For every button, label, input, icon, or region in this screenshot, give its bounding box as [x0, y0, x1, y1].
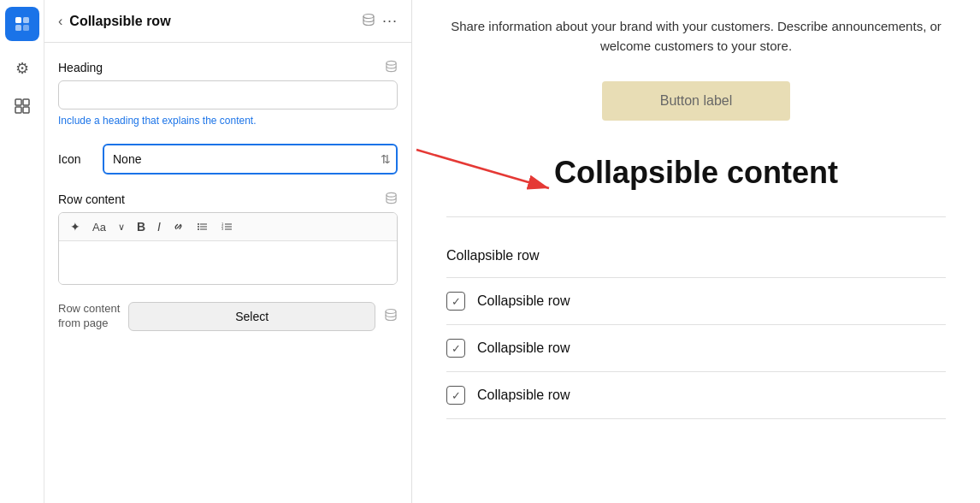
panel-body: Heading Collapsible row Include a headin…	[44, 43, 411, 348]
list-item[interactable]: ✓ Collapsible row	[446, 372, 946, 419]
svg-point-9	[387, 61, 396, 65]
heading-label: Heading	[58, 61, 103, 74]
svg-point-16	[198, 228, 199, 230]
svg-rect-4	[15, 99, 21, 105]
row-content-label-row: Row content	[58, 192, 398, 207]
rich-toolbar: ✦ Aa ∨ B I	[59, 213, 397, 241]
more-icon[interactable]: ···	[382, 12, 398, 30]
svg-rect-3	[23, 25, 29, 31]
heading-field-group: Heading Collapsible row Include a headin…	[58, 60, 398, 127]
row-content-from-page-row: Row contentfrom page Select	[58, 302, 398, 331]
row-content-label: Row content	[58, 192, 125, 206]
list-item[interactable]: ✓ Collapsible row	[446, 278, 946, 325]
heading-db-icon	[385, 60, 398, 75]
gear-icon[interactable]: ⚙	[5, 51, 39, 86]
collapsible-content-title: Collapsible content	[446, 155, 946, 191]
svg-point-15	[198, 226, 199, 228]
preview-button-label[interactable]: Button label	[602, 81, 790, 121]
svg-rect-2	[15, 25, 21, 31]
icon-select[interactable]: None Arrow Star	[103, 144, 398, 175]
rich-editor: ✦ Aa ∨ B I	[58, 212, 398, 285]
heading-input[interactable]: Collapsible row	[58, 80, 398, 109]
panel-header-icons: ···	[362, 12, 398, 30]
svg-rect-1	[23, 17, 29, 23]
ordered-list-btn[interactable]: 1 2 3	[218, 219, 235, 234]
ai-btn[interactable]: ✦	[68, 218, 83, 235]
icon-field-row: Icon None Arrow Star ⇅	[58, 144, 398, 175]
svg-text:3: 3	[221, 227, 224, 231]
icon-label: Icon	[58, 152, 92, 166]
svg-point-14	[198, 223, 199, 225]
italic-btn[interactable]: I	[155, 218, 163, 235]
svg-point-23	[386, 310, 396, 314]
font-chevron[interactable]: ∨	[115, 220, 127, 234]
svg-rect-7	[23, 107, 29, 113]
preview-intro-text: Share information about your brand with …	[446, 17, 946, 56]
settings-panel: ‹ Collapsible row ··· Heading	[44, 0, 412, 503]
row-content-db-icon	[385, 192, 398, 207]
svg-rect-0	[15, 17, 21, 23]
rich-content-area[interactable]	[59, 241, 397, 284]
list-btn[interactable]	[194, 219, 211, 234]
row-content-field-group: Row content ✦ Aa ∨ B I	[58, 192, 398, 285]
check-icon: ✓	[446, 339, 465, 358]
list-item[interactable]: ✓ Collapsible row	[446, 325, 946, 372]
sections-icon[interactable]	[5, 89, 39, 123]
list-item-label: Collapsible row	[477, 388, 570, 403]
plain-collapsible-row[interactable]: Collapsible row	[446, 234, 946, 278]
icon-bar: ⚙	[0, 0, 44, 503]
row-content-db-icon-2	[384, 308, 398, 325]
panel-header: ‹ Collapsible row ···	[44, 0, 411, 43]
check-icon: ✓	[446, 386, 465, 405]
row-content-from-page-label: Row contentfrom page	[58, 302, 120, 331]
svg-point-8	[363, 15, 374, 19]
list-item-label: Collapsible row	[477, 293, 570, 309]
list-item-label: Collapsible row	[477, 340, 570, 356]
preview-area: Share information about your brand with …	[412, 0, 980, 503]
brand-icon[interactable]	[5, 7, 39, 41]
svg-rect-6	[15, 107, 21, 113]
bold-btn[interactable]: B	[134, 218, 148, 235]
link-btn[interactable]	[170, 219, 187, 234]
panel-title: Collapsible row	[69, 14, 355, 29]
heading-label-row: Heading	[58, 60, 398, 75]
divider	[446, 216, 946, 217]
plain-row-label: Collapsible row	[446, 248, 540, 263]
icon-select-wrapper: None Arrow Star ⇅	[103, 144, 398, 175]
font-btn[interactable]: Aa	[90, 219, 109, 235]
db-icon-header	[362, 13, 375, 29]
back-button[interactable]: ‹	[58, 14, 62, 29]
heading-hint: Include a heading that explains the cont…	[58, 115, 398, 127]
check-icon: ✓	[446, 292, 465, 311]
svg-rect-5	[23, 99, 29, 105]
select-button[interactable]: Select	[128, 302, 375, 331]
svg-point-10	[387, 192, 396, 197]
